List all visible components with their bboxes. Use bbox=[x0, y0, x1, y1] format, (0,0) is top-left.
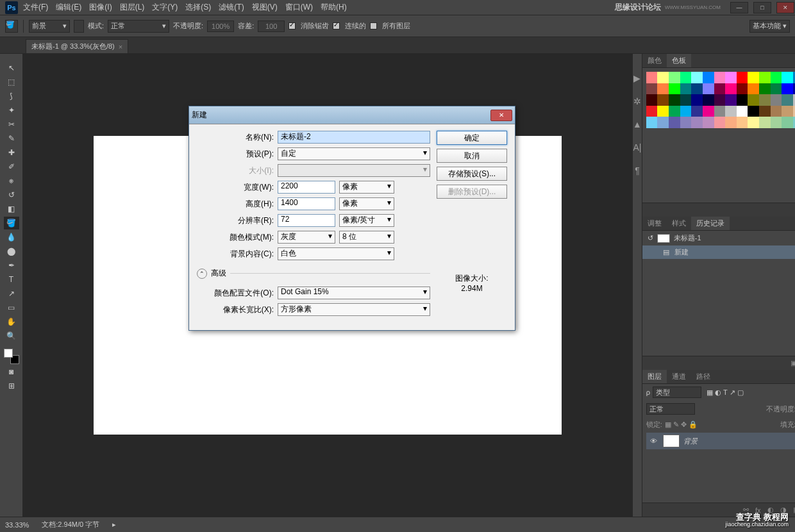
swatch-cell[interactable] bbox=[691, 72, 703, 83]
menu-window[interactable]: 窗口(W) bbox=[285, 2, 313, 13]
dialog-titlebar[interactable]: 新建 ✕ bbox=[189, 106, 515, 124]
swatch-cell[interactable] bbox=[771, 117, 782, 128]
tab-color[interactable]: 颜色 bbox=[642, 54, 667, 67]
menu-help[interactable]: 帮助(H) bbox=[321, 2, 347, 13]
eyedropper-tool[interactable]: ✎ bbox=[4, 132, 19, 145]
swatch-cell[interactable] bbox=[748, 106, 759, 117]
swatch-cell[interactable] bbox=[669, 117, 680, 128]
zoom-tool[interactable]: 🔍 bbox=[4, 329, 19, 342]
tab-layers[interactable]: 图层 bbox=[642, 370, 667, 383]
foreground-swatch[interactable] bbox=[4, 349, 13, 358]
layer-row[interactable]: 👁 背景 🔒 bbox=[646, 433, 795, 449]
swatch-cell[interactable] bbox=[782, 106, 793, 117]
bucket-tool[interactable]: 🪣 bbox=[4, 217, 19, 229]
swatch-cell[interactable] bbox=[691, 83, 703, 95]
quickmask-tool[interactable]: ◙ bbox=[4, 365, 19, 378]
swatch-cell[interactable] bbox=[714, 83, 726, 95]
dialog-close-button[interactable]: ✕ bbox=[490, 110, 512, 121]
menu-view[interactable]: 视图(V) bbox=[252, 2, 278, 13]
swatch-cell[interactable] bbox=[759, 106, 771, 117]
swatch-cell[interactable] bbox=[646, 117, 658, 128]
all-layers-checkbox[interactable] bbox=[370, 22, 377, 29]
menu-image[interactable]: 图像(I) bbox=[89, 2, 112, 13]
swatch-cell[interactable] bbox=[725, 106, 737, 117]
swatch-cell[interactable] bbox=[691, 117, 703, 128]
history-step[interactable]: ▤ 新建 bbox=[642, 245, 795, 259]
antialias-checkbox[interactable] bbox=[289, 22, 296, 29]
swatch-cell[interactable] bbox=[771, 83, 782, 95]
swatch-cell[interactable] bbox=[771, 94, 782, 106]
swatch-cell[interactable] bbox=[725, 94, 737, 106]
swatch-cell[interactable] bbox=[669, 72, 680, 83]
swatch-cell[interactable] bbox=[669, 106, 680, 117]
swatch-cell[interactable] bbox=[725, 83, 737, 95]
pen-tool[interactable]: ✒ bbox=[4, 259, 19, 272]
blur-tool[interactable]: 💧 bbox=[4, 231, 19, 244]
swatch-cell[interactable] bbox=[759, 117, 771, 128]
swatch-cell[interactable] bbox=[646, 106, 658, 117]
swatch-cell[interactable] bbox=[669, 83, 680, 95]
maximize-button[interactable]: □ bbox=[753, 2, 771, 13]
tab-paths[interactable]: 路径 bbox=[691, 370, 716, 383]
compass-icon[interactable]: ✲ bbox=[633, 96, 641, 106]
swatch-cell[interactable] bbox=[703, 94, 714, 106]
eraser-tool[interactable]: ◧ bbox=[4, 203, 19, 215]
dodge-tool[interactable]: ⬤ bbox=[4, 245, 19, 258]
menu-select[interactable]: 选择(S) bbox=[185, 2, 211, 13]
healing-tool[interactable]: ✚ bbox=[4, 146, 19, 159]
crop-tool[interactable]: ✂ bbox=[4, 118, 19, 131]
swatch-cell[interactable] bbox=[782, 117, 793, 128]
swatch-cell[interactable] bbox=[737, 117, 748, 128]
swatch-cell[interactable] bbox=[737, 106, 748, 117]
swatch-cell[interactable] bbox=[703, 72, 714, 83]
swatch-cell[interactable] bbox=[759, 83, 771, 95]
blend-mode-dropdown[interactable]: 正常 bbox=[108, 20, 169, 33]
path-tool[interactable]: ↗ bbox=[4, 287, 19, 300]
swatches-grid[interactable] bbox=[642, 68, 795, 132]
swatch-cell[interactable] bbox=[680, 106, 692, 117]
height-input[interactable]: 1400 bbox=[278, 197, 335, 210]
stamp-tool[interactable]: ⎈ bbox=[4, 174, 19, 187]
preset-select[interactable]: 自定 bbox=[278, 147, 430, 160]
swatch-cell[interactable] bbox=[657, 94, 669, 106]
swatch-cell[interactable] bbox=[680, 72, 692, 83]
swatch-cell[interactable] bbox=[748, 94, 759, 106]
aspect-select[interactable]: 方形像素 bbox=[278, 303, 430, 316]
lasso-tool[interactable]: ⟆ bbox=[4, 90, 19, 103]
swatch-cell[interactable] bbox=[782, 72, 793, 83]
contiguous-checkbox[interactable] bbox=[333, 22, 340, 29]
swatch-cell[interactable] bbox=[646, 72, 658, 83]
zoom-level[interactable]: 33.33% bbox=[5, 521, 29, 529]
swatch-cell[interactable] bbox=[646, 94, 658, 106]
depth-select[interactable]: 8 位 bbox=[339, 231, 394, 244]
document-tab[interactable]: 未标题-1 @ 33.3%(灰色/8) × bbox=[26, 39, 128, 53]
swatch-cell[interactable] bbox=[657, 117, 669, 128]
tab-styles[interactable]: 样式 bbox=[667, 217, 691, 230]
swatch-cell[interactable] bbox=[691, 94, 703, 106]
doc-info[interactable]: 文档:2.94M/0 字节 bbox=[42, 520, 99, 529]
swatch-cell[interactable] bbox=[714, 106, 726, 117]
ok-button[interactable]: 确定 bbox=[437, 131, 507, 145]
tab-history[interactable]: 历史记录 bbox=[691, 217, 730, 230]
swatch-cell[interactable] bbox=[669, 94, 680, 106]
swatch-cell[interactable] bbox=[691, 106, 703, 117]
opacity-input[interactable]: 100% bbox=[207, 21, 234, 32]
swatch-cell[interactable] bbox=[714, 72, 726, 83]
tool-preset-icon[interactable]: 🪣 bbox=[5, 20, 18, 33]
tolerance-input[interactable]: 100 bbox=[258, 21, 285, 32]
swatch-cell[interactable] bbox=[680, 83, 692, 95]
group-icon[interactable]: ▣ bbox=[793, 506, 795, 514]
color-swatches[interactable] bbox=[4, 349, 19, 364]
swatch-cell[interactable] bbox=[657, 106, 669, 117]
swatch-cell[interactable] bbox=[748, 83, 759, 95]
type-tool[interactable]: T bbox=[4, 273, 19, 286]
colormode-select[interactable]: 灰度 bbox=[278, 231, 335, 244]
history-document[interactable]: ↺ 未标题-1 bbox=[642, 231, 795, 245]
bgcontent-select[interactable]: 白色 bbox=[278, 247, 394, 260]
marquee-tool[interactable]: ⬚ bbox=[4, 76, 19, 88]
swatch-cell[interactable] bbox=[748, 117, 759, 128]
menu-layer[interactable]: 图层(L) bbox=[120, 2, 145, 13]
swatch-cell[interactable] bbox=[646, 83, 658, 95]
height-unit-select[interactable]: 像素 bbox=[339, 197, 394, 210]
swatch-cell[interactable] bbox=[737, 72, 748, 83]
